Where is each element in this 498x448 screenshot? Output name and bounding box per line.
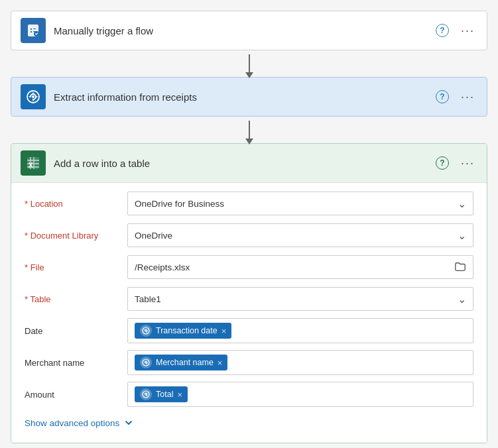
- show-advanced-label: Show advanced options: [25, 418, 119, 428]
- select-doc-library[interactable]: OneDrive ⌄: [127, 223, 473, 247]
- input-merchant[interactable]: Merchant name ×: [127, 350, 473, 375]
- trigger-step-icon: [21, 18, 46, 43]
- folder-icon: [454, 261, 466, 273]
- table-value: Table1: [135, 294, 161, 304]
- token-amount-remove[interactable]: ×: [177, 390, 182, 400]
- trigger-help-icon: ?: [436, 24, 449, 37]
- table-chevron-icon: ⌄: [458, 293, 466, 306]
- trigger-more-button[interactable]: ···: [458, 21, 477, 40]
- form-row-table: Table Table1 ⌄: [25, 286, 473, 311]
- extract-step-actions: ? ···: [433, 87, 477, 107]
- extract-help-button[interactable]: ?: [433, 87, 452, 106]
- label-amount: Amount: [25, 390, 127, 400]
- addrow-step-actions: ? ···: [433, 154, 477, 173]
- doc-library-value: OneDrive: [135, 231, 172, 241]
- trigger-step-actions: ? ···: [433, 21, 477, 40]
- token-merchant: Merchant name ×: [135, 355, 227, 370]
- token-amount-label: Total: [156, 390, 173, 399]
- label-date: Date: [25, 326, 127, 336]
- extract-step-icon: [21, 84, 46, 109]
- label-merchant: Merchant name: [25, 358, 127, 368]
- extract-ellipsis-icon: ···: [461, 90, 475, 104]
- addrow-ellipsis-icon: ···: [461, 156, 475, 170]
- trigger-step-card: Manually trigger a flow ? ···: [11, 11, 487, 50]
- form-row-merchant: Merchant name Merchant name ×: [25, 350, 473, 375]
- token-merchant-label: Merchant name: [156, 358, 214, 367]
- svg-point-11: [145, 394, 147, 395]
- form-row-file: File /Receipts.xlsx: [25, 254, 473, 280]
- extract-help-icon: ?: [436, 90, 449, 103]
- select-location[interactable]: OneDrive for Business ⌄: [127, 192, 473, 215]
- addrow-step-icon: X: [21, 150, 46, 176]
- addrow-more-button[interactable]: ···: [458, 154, 477, 173]
- svg-point-7: [145, 330, 147, 331]
- arrow-line-1: [249, 54, 250, 73]
- extract-more-button[interactable]: ···: [458, 87, 477, 107]
- label-location: Location: [25, 199, 127, 209]
- extract-step-card: Extract information from receipts ? ···: [11, 77, 487, 117]
- token-date-label: Transaction date: [156, 326, 218, 335]
- token-date: Transaction date ×: [135, 323, 231, 339]
- svg-point-3: [32, 95, 34, 98]
- show-advanced-chevron-icon: [123, 418, 134, 428]
- arrow-1: [249, 50, 250, 77]
- doc-library-chevron-icon: ⌄: [458, 229, 466, 242]
- input-amount[interactable]: Total ×: [127, 382, 473, 407]
- select-table[interactable]: Table1 ⌄: [127, 287, 473, 311]
- label-file: File: [25, 262, 127, 272]
- arrow-line-2: [249, 121, 250, 139]
- trigger-help-button[interactable]: ?: [433, 21, 452, 40]
- token-merchant-remove[interactable]: ×: [218, 358, 223, 368]
- token-amount: Total ×: [135, 386, 188, 402]
- arrow-2: [249, 117, 250, 143]
- addrow-help-icon: ?: [436, 156, 449, 170]
- trigger-ellipsis-icon: ···: [461, 24, 475, 38]
- show-advanced-button[interactable]: Show advanced options: [25, 414, 134, 432]
- file-value: /Receipts.xlsx: [135, 262, 190, 272]
- form-row-amount: Amount Total ×: [25, 382, 473, 407]
- input-date[interactable]: Transaction date ×: [127, 318, 473, 343]
- label-table: Table: [25, 294, 127, 304]
- token-merchant-icon: [140, 357, 152, 368]
- location-value: OneDrive for Business: [135, 199, 224, 209]
- svg-text:X: X: [29, 162, 33, 169]
- input-file[interactable]: /Receipts.xlsx: [127, 255, 473, 279]
- form-row-doc-library: Document Library OneDrive ⌄: [25, 223, 473, 248]
- location-chevron-icon: ⌄: [458, 197, 466, 210]
- addrow-help-button[interactable]: ?: [433, 154, 452, 172]
- form-row-location: Location OneDrive for Business ⌄: [25, 191, 473, 216]
- token-date-remove[interactable]: ×: [221, 326, 227, 336]
- extract-step-title: Extract information from receipts: [54, 91, 433, 103]
- token-amount-icon: [140, 388, 152, 400]
- svg-point-9: [145, 362, 147, 363]
- addrow-step-card: X Add a row into a table ? ··· Location …: [11, 143, 487, 443]
- flow-container: Manually trigger a flow ? ···: [11, 11, 487, 443]
- label-doc-library: Document Library: [25, 231, 127, 241]
- addrow-form-body: Location OneDrive for Business ⌄ Documen…: [11, 182, 487, 443]
- trigger-step-title: Manually trigger a flow: [54, 25, 433, 36]
- form-row-date: Date Transaction date ×: [25, 318, 473, 343]
- addrow-step-title: Add a row into a table: [54, 158, 433, 169]
- token-date-icon: [140, 325, 152, 337]
